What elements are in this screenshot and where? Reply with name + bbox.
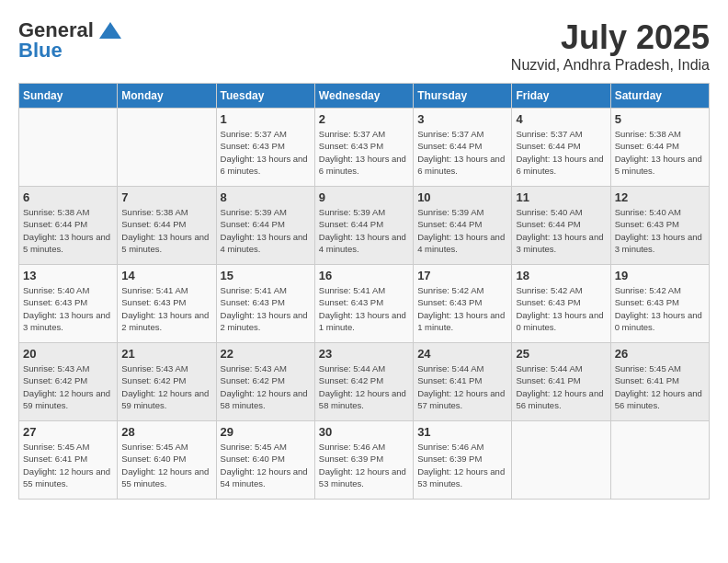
day-info: Sunrise: 5:42 AM Sunset: 6:43 PM Dayligh… (615, 284, 705, 333)
day-number: 17 (417, 269, 507, 282)
day-info: Sunrise: 5:37 AM Sunset: 6:43 PM Dayligh… (221, 128, 311, 177)
day-number: 21 (121, 347, 211, 361)
calendar-day-header: Thursday (414, 84, 512, 109)
calendar-cell: 17Sunrise: 5:42 AM Sunset: 6:43 PM Dayli… (414, 265, 512, 343)
day-info: Sunrise: 5:39 AM Sunset: 6:44 PM Dayligh… (417, 206, 507, 255)
calendar-cell: 7Sunrise: 5:38 AM Sunset: 6:44 PM Daylig… (118, 187, 216, 265)
calendar-week-row: 1Sunrise: 5:37 AM Sunset: 6:43 PM Daylig… (19, 109, 710, 187)
day-info: Sunrise: 5:42 AM Sunset: 6:43 PM Dayligh… (516, 284, 606, 333)
calendar-cell: 25Sunrise: 5:44 AM Sunset: 6:41 PM Dayli… (512, 343, 610, 421)
calendar-cell: 16Sunrise: 5:41 AM Sunset: 6:43 PM Dayli… (314, 265, 413, 343)
calendar-cell: 4Sunrise: 5:37 AM Sunset: 6:44 PM Daylig… (512, 109, 610, 187)
calendar-cell: 18Sunrise: 5:42 AM Sunset: 6:43 PM Dayli… (512, 265, 610, 343)
calendar-cell: 5Sunrise: 5:38 AM Sunset: 6:44 PM Daylig… (610, 109, 709, 187)
calendar-cell: 12Sunrise: 5:40 AM Sunset: 6:43 PM Dayli… (610, 187, 709, 265)
calendar-cell: 28Sunrise: 5:45 AM Sunset: 6:40 PM Dayli… (118, 421, 216, 500)
day-info: Sunrise: 5:41 AM Sunset: 6:43 PM Dayligh… (121, 284, 211, 333)
calendar-week-row: 27Sunrise: 5:45 AM Sunset: 6:41 PM Dayli… (19, 421, 710, 500)
calendar-cell (512, 421, 610, 500)
day-info: Sunrise: 5:44 AM Sunset: 6:41 PM Dayligh… (516, 362, 606, 411)
calendar-cell: 9Sunrise: 5:39 AM Sunset: 6:44 PM Daylig… (314, 187, 413, 265)
day-number: 27 (23, 425, 113, 439)
calendar-week-row: 6Sunrise: 5:38 AM Sunset: 6:44 PM Daylig… (19, 187, 710, 265)
day-number: 13 (23, 269, 113, 282)
calendar-cell: 11Sunrise: 5:40 AM Sunset: 6:44 PM Dayli… (512, 187, 610, 265)
day-info: Sunrise: 5:43 AM Sunset: 6:42 PM Dayligh… (121, 362, 211, 411)
day-number: 2 (319, 112, 409, 126)
calendar-day-header: Tuesday (216, 84, 314, 109)
day-info: Sunrise: 5:42 AM Sunset: 6:43 PM Dayligh… (417, 284, 507, 333)
calendar-day-header: Sunday (19, 84, 118, 109)
location: Nuzvid, Andhra Pradesh, India (511, 57, 710, 74)
day-number: 8 (221, 190, 311, 204)
day-info: Sunrise: 5:37 AM Sunset: 6:43 PM Dayligh… (319, 128, 409, 177)
calendar-day-header: Wednesday (314, 84, 413, 109)
day-number: 4 (516, 112, 606, 126)
calendar-cell: 6Sunrise: 5:38 AM Sunset: 6:44 PM Daylig… (19, 187, 118, 265)
calendar-cell: 26Sunrise: 5:45 AM Sunset: 6:41 PM Dayli… (610, 343, 709, 421)
day-info: Sunrise: 5:38 AM Sunset: 6:44 PM Dayligh… (615, 128, 705, 177)
day-info: Sunrise: 5:44 AM Sunset: 6:41 PM Dayligh… (417, 362, 507, 411)
day-number: 9 (319, 190, 409, 204)
title-area: July 2025 Nuzvid, Andhra Pradesh, India (511, 18, 710, 74)
month-title: July 2025 (511, 18, 710, 57)
day-number: 30 (319, 425, 409, 439)
calendar-cell: 15Sunrise: 5:41 AM Sunset: 6:43 PM Dayli… (216, 265, 314, 343)
logo-icon (97, 20, 123, 40)
day-number: 28 (121, 425, 211, 439)
day-number: 26 (615, 347, 705, 361)
svg-marker-0 (99, 22, 121, 39)
day-info: Sunrise: 5:41 AM Sunset: 6:43 PM Dayligh… (319, 284, 409, 333)
calendar-day-header: Monday (118, 84, 216, 109)
day-info: Sunrise: 5:43 AM Sunset: 6:42 PM Dayligh… (221, 362, 311, 411)
day-number: 29 (221, 425, 311, 439)
calendar-cell: 3Sunrise: 5:37 AM Sunset: 6:44 PM Daylig… (414, 109, 512, 187)
day-info: Sunrise: 5:38 AM Sunset: 6:44 PM Dayligh… (121, 206, 211, 255)
day-number: 20 (23, 347, 113, 361)
calendar-cell: 19Sunrise: 5:42 AM Sunset: 6:43 PM Dayli… (610, 265, 709, 343)
calendar-cell: 1Sunrise: 5:37 AM Sunset: 6:43 PM Daylig… (216, 109, 314, 187)
calendar-cell: 29Sunrise: 5:45 AM Sunset: 6:40 PM Dayli… (216, 421, 314, 500)
day-number: 22 (221, 347, 311, 361)
day-number: 11 (516, 190, 606, 204)
calendar-cell: 14Sunrise: 5:41 AM Sunset: 6:43 PM Dayli… (118, 265, 216, 343)
calendar-table: SundayMondayTuesdayWednesdayThursdayFrid… (18, 83, 710, 500)
calendar-cell: 24Sunrise: 5:44 AM Sunset: 6:41 PM Dayli… (414, 343, 512, 421)
day-info: Sunrise: 5:45 AM Sunset: 6:40 PM Dayligh… (221, 441, 311, 489)
calendar-cell: 22Sunrise: 5:43 AM Sunset: 6:42 PM Dayli… (216, 343, 314, 421)
day-number: 1 (221, 112, 311, 126)
day-info: Sunrise: 5:40 AM Sunset: 6:43 PM Dayligh… (23, 284, 113, 333)
day-number: 24 (417, 347, 507, 361)
calendar-cell (610, 421, 709, 500)
day-number: 19 (615, 269, 705, 282)
day-info: Sunrise: 5:46 AM Sunset: 6:39 PM Dayligh… (319, 441, 409, 489)
day-number: 12 (615, 190, 705, 204)
day-info: Sunrise: 5:46 AM Sunset: 6:39 PM Dayligh… (417, 441, 507, 489)
day-number: 5 (615, 112, 705, 126)
calendar-cell: 31Sunrise: 5:46 AM Sunset: 6:39 PM Dayli… (414, 421, 512, 500)
calendar-day-header: Friday (512, 84, 610, 109)
day-info: Sunrise: 5:44 AM Sunset: 6:42 PM Dayligh… (319, 362, 409, 411)
logo-blue-text: Blue (18, 39, 63, 63)
day-number: 25 (516, 347, 606, 361)
calendar-cell: 27Sunrise: 5:45 AM Sunset: 6:41 PM Dayli… (19, 421, 118, 500)
calendar-cell: 23Sunrise: 5:44 AM Sunset: 6:42 PM Dayli… (314, 343, 413, 421)
day-info: Sunrise: 5:39 AM Sunset: 6:44 PM Dayligh… (319, 206, 409, 255)
calendar-cell (19, 109, 118, 187)
calendar-cell (118, 109, 216, 187)
calendar-week-row: 13Sunrise: 5:40 AM Sunset: 6:43 PM Dayli… (19, 265, 710, 343)
day-number: 7 (121, 190, 211, 204)
day-number: 6 (23, 190, 113, 204)
calendar-cell: 10Sunrise: 5:39 AM Sunset: 6:44 PM Dayli… (414, 187, 512, 265)
day-info: Sunrise: 5:45 AM Sunset: 6:40 PM Dayligh… (121, 441, 211, 489)
logo: General Blue (18, 18, 123, 63)
day-number: 15 (221, 269, 311, 282)
day-info: Sunrise: 5:40 AM Sunset: 6:44 PM Dayligh… (516, 206, 606, 255)
day-number: 3 (417, 112, 507, 126)
day-number: 23 (319, 347, 409, 361)
day-info: Sunrise: 5:40 AM Sunset: 6:43 PM Dayligh… (615, 206, 705, 255)
calendar-cell: 13Sunrise: 5:40 AM Sunset: 6:43 PM Dayli… (19, 265, 118, 343)
calendar-day-header: Saturday (610, 84, 709, 109)
day-number: 16 (319, 269, 409, 282)
calendar-cell: 21Sunrise: 5:43 AM Sunset: 6:42 PM Dayli… (118, 343, 216, 421)
